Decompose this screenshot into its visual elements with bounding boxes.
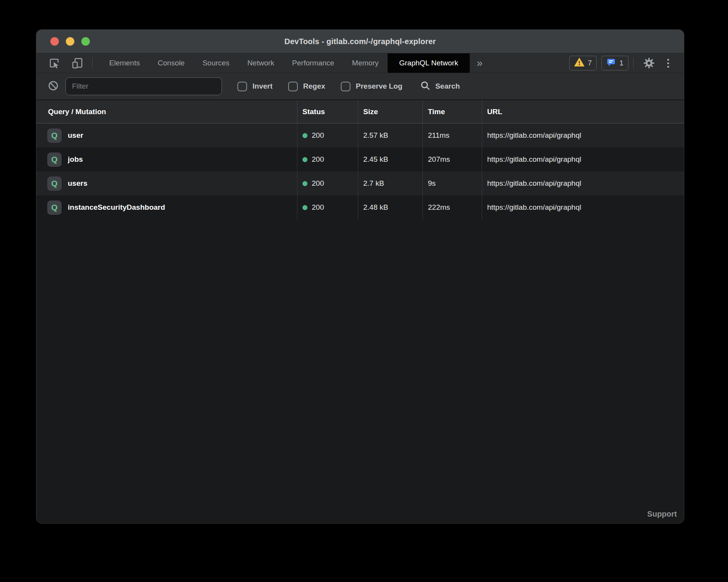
- status-ok-dot: [302, 181, 307, 186]
- tab-memory[interactable]: Memory: [343, 53, 388, 73]
- time-cell: 207ms: [423, 147, 482, 171]
- table-row[interactable]: Q users 200 2.7 kB 9s https://gitlab.com…: [36, 171, 684, 195]
- regex-checkbox[interactable]: Regex: [288, 82, 325, 91]
- query-name: users: [68, 179, 88, 188]
- block-icon[interactable]: [48, 80, 58, 92]
- filter-input[interactable]: [65, 77, 222, 95]
- time-cell: 9s: [423, 171, 482, 195]
- panel-tabs: Elements Console Sources Network Perform…: [100, 53, 470, 73]
- warnings-count: 7: [588, 59, 592, 67]
- search-label: Search: [435, 82, 460, 91]
- toolbar-right-controls: 7 1: [569, 53, 684, 73]
- size-cell: 2.57 kB: [358, 123, 423, 147]
- invert-checkbox[interactable]: Invert: [237, 82, 273, 91]
- warnings-badge[interactable]: 7: [569, 56, 597, 70]
- table-header-row: Query / Mutation Status Size Time URL: [36, 100, 684, 123]
- size-cell: 2.48 kB: [358, 195, 423, 219]
- requests-table: Query / Mutation Status Size Time URL Q …: [36, 100, 684, 523]
- column-header-query-mutation[interactable]: Query / Mutation: [36, 100, 297, 123]
- regex-checkbox-label: Regex: [303, 82, 325, 91]
- url-cell: https://gitlab.com/api/graphql: [482, 171, 684, 195]
- column-header-size[interactable]: Size: [358, 100, 423, 123]
- query-name: instanceSecurityDashboard: [68, 203, 165, 212]
- zoom-button[interactable]: [81, 37, 90, 46]
- search-icon: [420, 80, 431, 92]
- url-cell: https://gitlab.com/api/graphql: [482, 147, 684, 171]
- column-header-status[interactable]: Status: [297, 100, 358, 123]
- devtools-toolbar: Elements Console Sources Network Perform…: [36, 53, 684, 73]
- traffic-lights: [50, 30, 90, 53]
- preserve-log-checkbox-label: Preserve Log: [356, 82, 402, 91]
- time-cell: 211ms: [423, 123, 482, 147]
- query-badge: Q: [47, 152, 62, 167]
- preserve-log-checkbox[interactable]: Preserve Log: [341, 82, 402, 91]
- status-code: 200: [312, 155, 324, 164]
- table-row[interactable]: Q jobs 200 2.45 kB 207ms https://gitlab.…: [36, 147, 684, 171]
- status-code: 200: [312, 179, 324, 188]
- query-badge: Q: [47, 128, 62, 143]
- tab-console[interactable]: Console: [149, 53, 194, 73]
- table-row[interactable]: Q user 200 2.57 kB 211ms https://gitlab.…: [36, 123, 684, 147]
- status-ok-dot: [302, 205, 307, 210]
- more-tabs-icon[interactable]: »: [470, 53, 489, 73]
- column-header-time[interactable]: Time: [423, 100, 482, 123]
- warning-icon: [574, 58, 584, 69]
- invert-checkbox-label: Invert: [252, 82, 273, 91]
- query-name: jobs: [68, 155, 83, 164]
- window-title: DevTools - gitlab.com/-/graphql-explorer: [284, 37, 436, 46]
- query-name: user: [68, 131, 83, 140]
- issues-count: 1: [619, 59, 623, 67]
- query-badge: Q: [47, 200, 62, 215]
- device-toolbar-icon[interactable]: [69, 56, 86, 70]
- tab-elements[interactable]: Elements: [100, 53, 149, 73]
- status-ok-dot: [302, 133, 307, 138]
- url-cell: https://gitlab.com/api/graphql: [482, 195, 684, 219]
- preserve-log-checkbox-box[interactable]: [341, 82, 350, 91]
- status-ok-dot: [302, 157, 307, 162]
- toolbar-right-separator: [633, 57, 634, 69]
- tab-network[interactable]: Network: [239, 53, 283, 73]
- query-badge: Q: [47, 176, 62, 191]
- toolbar-separator: [92, 57, 93, 69]
- column-header-url[interactable]: URL: [482, 100, 684, 123]
- status-code: 200: [312, 203, 324, 212]
- issues-badge[interactable]: 1: [601, 56, 628, 70]
- devtools-window: DevTools - gitlab.com/-/graphql-explorer…: [36, 29, 684, 524]
- toolbar-left-icons: [36, 53, 95, 73]
- time-cell: 222ms: [423, 195, 482, 219]
- url-cell: https://gitlab.com/api/graphql: [482, 123, 684, 147]
- more-options-icon[interactable]: [662, 59, 674, 68]
- invert-checkbox-box[interactable]: [237, 82, 247, 91]
- tab-graphql-network[interactable]: GraphQL Network: [388, 53, 470, 73]
- support-link[interactable]: Support: [647, 510, 677, 519]
- close-button[interactable]: [50, 37, 59, 46]
- minimize-button[interactable]: [66, 37, 74, 46]
- chat-icon: [606, 58, 616, 69]
- table-row[interactable]: Q instanceSecurityDashboard 200 2.48 kB …: [36, 195, 684, 219]
- search-control[interactable]: Search: [420, 80, 460, 92]
- settings-gear-icon[interactable]: [640, 56, 658, 70]
- regex-checkbox-box[interactable]: [288, 82, 298, 91]
- filter-bar: Invert Regex Preserve Log Search: [36, 73, 684, 100]
- tab-performance[interactable]: Performance: [283, 53, 343, 73]
- tab-sources[interactable]: Sources: [194, 53, 239, 73]
- title-bar: DevTools - gitlab.com/-/graphql-explorer: [36, 30, 684, 53]
- size-cell: 2.45 kB: [358, 147, 423, 171]
- size-cell: 2.7 kB: [358, 171, 423, 195]
- status-code: 200: [312, 131, 324, 140]
- inspect-element-icon[interactable]: [46, 56, 63, 70]
